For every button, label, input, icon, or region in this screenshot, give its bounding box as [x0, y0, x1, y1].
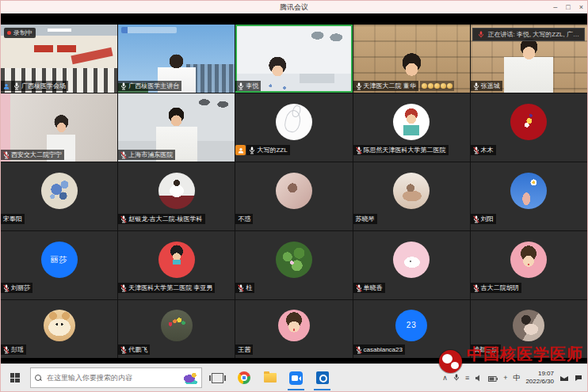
- speaker-icon[interactable]: [475, 371, 483, 385]
- participant-name: 柱: [246, 283, 252, 293]
- participant-name-label: 苏晓琴: [353, 214, 377, 224]
- weather-icon[interactable]: [184, 372, 197, 384]
- close-button[interactable]: ×: [579, 4, 583, 11]
- participant-tile-guangxi-huichang[interactable]: 录制中广西核医学会场: [1, 25, 117, 93]
- touch-keyboard-icon[interactable]: [559, 371, 569, 385]
- clap-emoji-icon: [447, 83, 452, 89]
- participant-tile-huyue[interactable]: 吉大二院胡玥: [471, 231, 587, 299]
- participant-name-label: 天津医大二院 董华: [353, 81, 418, 91]
- mic-muted-icon: [120, 346, 127, 354]
- title-bar: 腾讯会议 – □ ×: [1, 1, 587, 13]
- participant-tile-daipengfei[interactable]: 代鹏飞: [118, 300, 235, 358]
- mic-muted-icon: [473, 147, 479, 154]
- start-button[interactable]: [4, 365, 25, 390]
- participant-name-label: 上海市浦东医院: [118, 150, 175, 160]
- participant-tile-xian-ningning[interactable]: 西安交大二院宁宁: [1, 93, 117, 162]
- system-tray: ∧ ≡ + 中 19:07 2022/6/30: [442, 370, 584, 385]
- participant-tile-shanxiaoxiang[interactable]: 单晓香: [353, 231, 470, 299]
- mic-muted-icon: [473, 215, 479, 223]
- participant-tile-suxiaoqin[interactable]: 苏晓琴: [353, 162, 470, 230]
- participant-name-label: 宋奉阳: [1, 214, 25, 224]
- tencent-meeting-window: 腾讯会议 – □ × 录制中广西核医学会场广西核医学主讲台李悦天津医大二院 董华…: [1, 1, 587, 391]
- participant-name: 李悦: [246, 81, 258, 91]
- participant-label-row: 张遥城: [471, 81, 502, 91]
- participant-name: 不惑: [238, 214, 250, 224]
- mic-on-icon: [473, 82, 479, 90]
- participant-name: 吉大二院胡玥: [481, 283, 519, 293]
- participant-tile-pengyao[interactable]: 彭瑶: [1, 300, 117, 358]
- participant-tile-chensiran[interactable]: 陈思然天津医科大学第二医院: [353, 93, 470, 162]
- window-title: 腾讯会议: [280, 2, 308, 13]
- maximize-button[interactable]: □: [566, 4, 570, 11]
- mic-on-icon: [120, 82, 127, 90]
- participant-tile-mumu[interactable]: 木木: [471, 93, 587, 162]
- hearts-avatar: [161, 310, 193, 341]
- attendee-person-icon: [1, 81, 11, 91]
- mic-on-icon: [249, 147, 255, 154]
- participant-name-label: 广西核医学会场: [11, 81, 68, 91]
- notification-center-icon[interactable]: [575, 371, 582, 385]
- taskbar-clock[interactable]: 19:07 2022/6/30: [525, 370, 554, 385]
- chrome-icon: [238, 371, 250, 384]
- minimize-button[interactable]: –: [553, 4, 557, 11]
- participant-tile-zzl[interactable]: 大写的ZZL: [235, 93, 352, 162]
- taskbar-search[interactable]: [30, 367, 202, 388]
- participant-label-row: 刘阳: [471, 214, 496, 224]
- participant-tile-liuyang[interactable]: 刘阳: [471, 162, 587, 230]
- outlook-app-button[interactable]: [311, 365, 333, 390]
- search-input[interactable]: [45, 373, 181, 382]
- clap-emoji-icon: [434, 83, 440, 89]
- clap-emoji-icon: [441, 83, 446, 89]
- tencent-meeting-app-button[interactable]: [285, 365, 307, 390]
- clock-time: 19:07: [525, 370, 554, 378]
- speaking-mic-icon: [478, 31, 484, 39]
- chrome-app-button[interactable]: [233, 365, 254, 390]
- clock-date: 2022/6/30: [525, 378, 554, 386]
- plus-icon[interactable]: +: [503, 375, 507, 382]
- participant-tile-liyue[interactable]: 李悦: [235, 25, 352, 93]
- participant-tile-wangqian[interactable]: 王茜: [235, 300, 352, 358]
- rabbit-avatar: [276, 104, 312, 140]
- battery-icon[interactable]: [488, 371, 498, 385]
- participant-label-row: 广西核医学主讲台: [118, 81, 181, 91]
- participant-name: 木木: [481, 145, 494, 155]
- participant-name-label: 不惑: [235, 214, 253, 224]
- participant-tile-guangxi-zhujiangtai[interactable]: 广西核医学主讲台: [118, 25, 235, 93]
- participant-name-label: casablanca23: [353, 344, 405, 355]
- search-icon: [35, 375, 42, 382]
- equalizer-icon[interactable]: ≡: [465, 375, 469, 382]
- podium-photo-avatar: [158, 173, 195, 209]
- participant-tile-zhaoyinlong[interactable]: 赵银龙-吉大二院-核医学科: [118, 162, 235, 230]
- participant-name: 天津医大二院 董华: [364, 81, 416, 91]
- participant-grid: 录制中广西核医学会场广西核医学主讲台李悦天津医大二院 董华张遥城西安交大二院宁宁…: [1, 25, 587, 358]
- folder-icon: [264, 373, 277, 382]
- participant-tile-buhuo[interactable]: 不惑: [235, 162, 352, 230]
- participant-label-row: 天津医大二院 董华: [353, 81, 454, 91]
- white-cat-avatar: [393, 242, 430, 278]
- participant-tile-liyanan[interactable]: 天津医科大学第二医院 李亚男: [118, 231, 235, 299]
- participant-name-label: 大写的ZZL: [246, 145, 289, 155]
- reaction-emojis: [420, 81, 454, 91]
- participant-tile-pudong[interactable]: 上海市浦东医院: [118, 93, 235, 162]
- initials-avatar: 丽莎: [41, 242, 78, 278]
- maruko-avatar: [510, 242, 547, 278]
- participant-tile-liulisha[interactable]: 丽莎刘丽莎: [1, 231, 117, 299]
- participant-label-row: 代鹏飞: [118, 344, 150, 355]
- participant-name-label: 张遥城: [471, 81, 502, 91]
- participant-tile-zhu[interactable]: 柱: [235, 231, 352, 299]
- participant-name: 刘阳: [481, 214, 494, 224]
- participant-name-label: 吉大二院胡玥: [471, 283, 521, 293]
- task-view-button[interactable]: [207, 365, 228, 390]
- watermark-text: 中国核医学医师: [467, 346, 583, 362]
- file-explorer-button[interactable]: [259, 365, 281, 390]
- ime-indicator[interactable]: 中: [513, 373, 520, 383]
- chevron-up-icon[interactable]: ∧: [442, 375, 448, 382]
- watermark: 中国核医学医师: [439, 342, 583, 365]
- meeting-area: 录制中广西核医学会场广西核医学主讲台李悦天津医大二院 董华张遥城西安交大二院宁宁…: [1, 13, 587, 363]
- participant-name: 张遥城: [481, 81, 500, 91]
- recording-text: 录制中: [13, 28, 32, 38]
- participant-label-row: 彭瑶: [1, 344, 26, 355]
- participant-tile-songfengyang[interactable]: 宋奉阳: [1, 162, 117, 230]
- tray-mic-icon[interactable]: [453, 371, 460, 385]
- participant-tile-dunghua[interactable]: 天津医大二院 董华: [353, 25, 470, 93]
